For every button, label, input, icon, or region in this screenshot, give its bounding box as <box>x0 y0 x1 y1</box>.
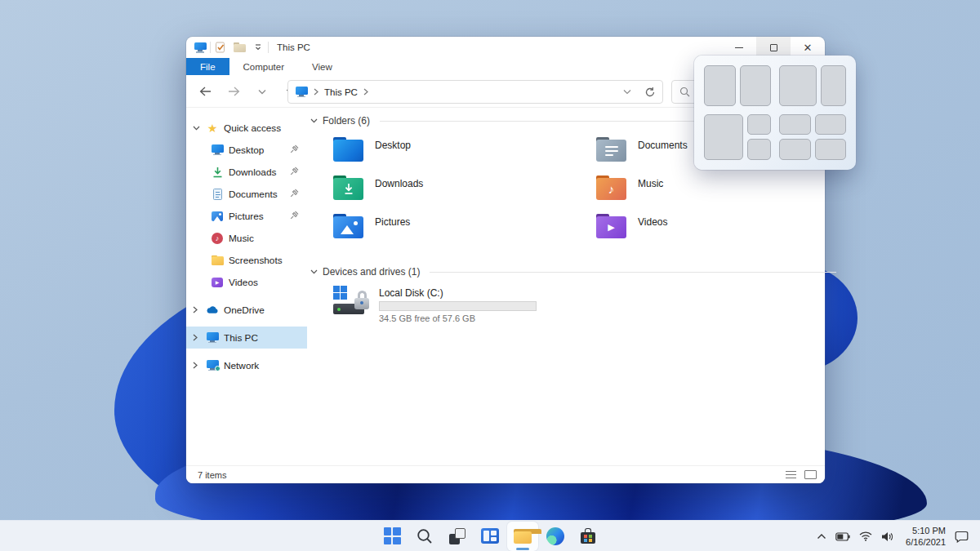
this-pc-icon <box>206 331 219 344</box>
folder-tile-videos[interactable]: ▶ Videos <box>573 214 836 252</box>
folder-tile-desktop[interactable]: Desktop <box>310 137 573 176</box>
volume-icon[interactable] <box>881 531 893 542</box>
sidebar-item-label: Pictures <box>229 211 264 222</box>
breadcrumb-pc-icon[interactable] <box>295 86 308 99</box>
snap-zone[interactable] <box>821 65 846 106</box>
back-icon[interactable] <box>198 84 212 99</box>
tab-computer[interactable]: Computer <box>229 58 299 75</box>
folder-tile-pictures[interactable]: Pictures <box>310 214 573 252</box>
sidebar-item-label: Screenshots <box>229 255 283 266</box>
search-button[interactable] <box>409 522 440 551</box>
chevron-right-icon[interactable] <box>193 334 201 341</box>
snap-zone[interactable] <box>747 114 771 136</box>
breadcrumb-this-pc[interactable]: This PC <box>324 87 358 97</box>
status-bar: 7 items <box>186 465 825 483</box>
folder-tile-downloads[interactable]: Downloads <box>310 176 573 214</box>
item-count: 7 items <box>198 470 226 480</box>
downloads-icon <box>211 166 224 179</box>
sidebar-item-network[interactable]: Network <box>186 354 307 376</box>
forward-icon[interactable] <box>226 84 241 99</box>
address-bar[interactable]: This PC <box>287 80 663 104</box>
folder-tile-music[interactable]: ♪ Music <box>573 176 836 214</box>
sidebar-item-screenshots[interactable]: Screenshots <box>186 249 307 271</box>
window-title: This PC <box>277 42 310 52</box>
pin-icon[interactable] <box>290 144 299 156</box>
chevron-right-icon[interactable] <box>193 306 201 313</box>
snap-option-two-columns-equal[interactable] <box>704 65 771 106</box>
snap-option-quad-grid[interactable] <box>779 114 846 161</box>
snap-zone[interactable] <box>740 65 772 106</box>
sidebar-item-label: OneDrive <box>224 304 265 316</box>
sidebar: ★ Quick access Desktop Downloads Documen… <box>186 109 307 465</box>
chevron-down-icon[interactable] <box>193 126 201 131</box>
devices-section-header[interactable]: Devices and drives (1) <box>310 266 836 278</box>
details-view-icon[interactable] <box>786 471 796 479</box>
notification-center-icon[interactable] <box>955 530 969 543</box>
sidebar-item-downloads[interactable]: Downloads <box>186 161 307 183</box>
quick-access-toolbar <box>214 41 265 54</box>
sidebar-item-this-pc[interactable]: This PC <box>186 327 307 349</box>
snap-zone[interactable] <box>779 139 811 160</box>
local-disk-icon <box>333 286 369 317</box>
task-view-button[interactable] <box>442 522 473 551</box>
sidebar-item-desktop[interactable]: Desktop <box>186 139 307 161</box>
pin-icon[interactable] <box>290 167 299 178</box>
widgets-button[interactable] <box>474 522 506 551</box>
desktop-icon <box>211 144 224 157</box>
taskbar-clock[interactable]: 5:10 PM 6/16/2021 <box>906 525 946 549</box>
snap-option-left-half-right-stacked[interactable] <box>704 114 771 161</box>
battery-icon[interactable] <box>835 532 850 541</box>
properties-icon[interactable] <box>214 41 227 54</box>
customize-toolbar-icon[interactable] <box>252 41 265 54</box>
pin-icon[interactable] <box>290 189 299 200</box>
address-dropdown-icon[interactable] <box>623 89 631 95</box>
start-button[interactable] <box>376 522 408 551</box>
tab-view[interactable]: View <box>298 58 346 75</box>
snap-zone[interactable] <box>779 65 817 106</box>
sidebar-item-music[interactable]: ♪ Music <box>186 227 307 249</box>
tab-file[interactable]: File <box>186 58 229 75</box>
chevron-down-icon[interactable] <box>310 269 318 274</box>
music-folder-icon: ♪ <box>596 176 626 200</box>
sidebar-item-videos[interactable]: ▶ Videos <box>186 271 307 293</box>
hidden-icons-chevron-icon[interactable] <box>817 533 826 540</box>
sidebar-item-onedrive[interactable]: OneDrive <box>186 299 307 321</box>
snap-zone[interactable] <box>815 139 847 160</box>
this-pc-icon <box>194 41 207 54</box>
snap-zone[interactable] <box>704 65 736 106</box>
star-icon: ★ <box>206 122 219 135</box>
wifi-icon[interactable] <box>859 531 872 541</box>
sidebar-item-pictures[interactable]: Pictures <box>186 205 307 227</box>
search-icon <box>416 528 433 544</box>
breadcrumb-chevron-icon[interactable] <box>314 88 318 96</box>
local-disk-tile[interactable]: Local Disk (C:) 34.5 GB free of 57.6 GB <box>310 286 836 323</box>
sidebar-item-label: Music <box>229 233 254 244</box>
disk-usage-bar <box>379 301 537 311</box>
file-explorer-button[interactable] <box>507 522 538 551</box>
snap-layouts-flyout <box>694 56 856 170</box>
refresh-icon[interactable] <box>644 87 656 98</box>
store-button[interactable] <box>572 522 604 551</box>
chevron-right-icon[interactable] <box>193 362 201 369</box>
bitlocker-lock-icon <box>354 291 369 312</box>
breadcrumb-chevron-icon[interactable] <box>363 88 368 96</box>
documents-folder-icon <box>596 137 626 162</box>
folder-name: Downloads <box>375 176 423 189</box>
start-icon <box>384 527 401 544</box>
sidebar-item-documents[interactable]: Documents <box>186 183 307 205</box>
recent-locations-icon[interactable] <box>255 84 270 99</box>
snap-option-two-columns-wide-left[interactable] <box>779 65 846 106</box>
snap-zone[interactable] <box>779 114 811 136</box>
new-folder-icon[interactable] <box>233 41 246 54</box>
file-explorer-icon <box>513 528 532 544</box>
snap-zone[interactable] <box>704 114 743 161</box>
section-rule <box>430 272 836 273</box>
edge-button[interactable] <box>540 522 571 551</box>
snap-zone[interactable] <box>815 114 847 136</box>
snap-zone[interactable] <box>747 139 771 160</box>
pin-icon[interactable] <box>290 211 299 222</box>
chevron-down-icon[interactable] <box>310 118 318 123</box>
thumbnails-view-icon[interactable] <box>804 470 817 479</box>
sidebar-item-label: Network <box>224 360 259 371</box>
sidebar-item-quick-access[interactable]: ★ Quick access <box>186 117 307 139</box>
